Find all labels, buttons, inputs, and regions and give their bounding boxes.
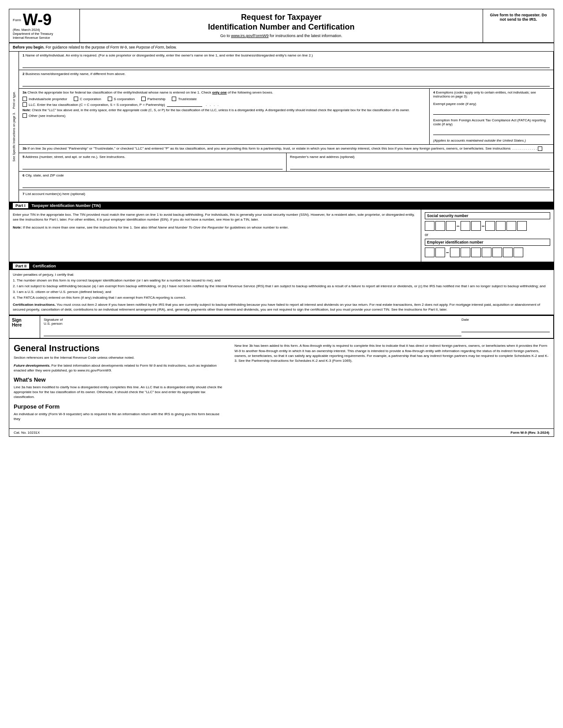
ssn-box4[interactable] bbox=[461, 221, 470, 231]
here-word: Here bbox=[12, 323, 37, 327]
part2-title: Certification bbox=[33, 264, 56, 268]
part2-box: Part II bbox=[13, 263, 29, 269]
ein-boxes: – bbox=[425, 248, 550, 257]
date-area: Date bbox=[461, 318, 550, 336]
cb-3b[interactable] bbox=[538, 146, 542, 151]
line5-label: 5 Address (number, street, and apt. or s… bbox=[23, 155, 283, 159]
line3b-row: 3b If on line 3a you checked "Partnershi… bbox=[19, 145, 553, 153]
ssn-box6[interactable] bbox=[485, 221, 495, 231]
sig-label: Signature of bbox=[44, 318, 461, 322]
cert-intro: Under penalties of perjury, I certify th… bbox=[13, 273, 550, 277]
irs-label: Internal Revenue Service bbox=[13, 36, 76, 40]
line1-input[interactable] bbox=[23, 59, 550, 68]
ssn-dash2: – bbox=[482, 223, 485, 229]
side-label-text: See Specific Instructions on page 3. Pri… bbox=[12, 91, 15, 161]
before-begin-text: For guidance related to the purpose of F… bbox=[45, 45, 177, 49]
cb-individual-label: Individual/sole proprietor bbox=[29, 97, 67, 101]
cert-item2: 2. I am not subject to backup withholdin… bbox=[13, 284, 550, 288]
form-fields-area: 1 Name of entity/individual. An entry is… bbox=[19, 52, 554, 202]
sign-word: Sign bbox=[12, 318, 37, 323]
ssn-box9[interactable] bbox=[517, 221, 527, 231]
note3a-text: Note: Check the "LLC" box above and, in … bbox=[23, 108, 426, 112]
line5-left: 5 Address (number, street, and apt. or s… bbox=[19, 153, 287, 171]
requester-input[interactable] bbox=[290, 161, 550, 169]
cb-llc[interactable] bbox=[23, 102, 27, 107]
side-label-area: See Specific Instructions on page 3. Pri… bbox=[9, 52, 19, 202]
cb-partnership[interactable] bbox=[141, 97, 146, 101]
line5-input[interactable] bbox=[23, 161, 283, 169]
cert-item4: 4. The FATCA code(s) entered on this for… bbox=[13, 296, 550, 300]
cb-scorp[interactable] bbox=[108, 97, 112, 101]
ein-box1[interactable] bbox=[425, 248, 435, 257]
cb-ccorp-label: C corporation bbox=[80, 97, 101, 101]
cb-individual-row: Individual/sole proprietor C corporation… bbox=[23, 97, 426, 101]
cb-trust-label: Trust/estate bbox=[178, 97, 196, 101]
line3a-left: 3a Check the appropriate box for federal… bbox=[19, 89, 430, 144]
line2-row: 2 Business name/disregarded entity name,… bbox=[19, 70, 553, 89]
certification-section: Under penalties of perjury, I certify th… bbox=[9, 270, 554, 315]
cb-scorp-label: S corporation bbox=[114, 97, 135, 101]
cb-other[interactable] bbox=[23, 113, 27, 118]
signature-line[interactable] bbox=[44, 327, 461, 336]
line6-input[interactable] bbox=[23, 179, 550, 188]
gen-left-col: General Instructions Section references … bbox=[14, 343, 226, 424]
cert-item1: 1. The number shown on this form is my c… bbox=[13, 278, 550, 282]
fatca-input[interactable] bbox=[433, 127, 550, 135]
line2-input[interactable] bbox=[23, 78, 550, 86]
form-header: Form W-9 (Rev. March 2024) Department of… bbox=[9, 9, 554, 43]
ssn-box5[interactable] bbox=[471, 221, 481, 231]
ssn-box1[interactable] bbox=[425, 221, 435, 231]
cb-individual[interactable] bbox=[23, 97, 27, 101]
line5-row: 5 Address (number, street, and apt. or s… bbox=[19, 153, 553, 172]
sign-area: Signature of U.S. person Date bbox=[40, 316, 554, 338]
exempt-payee-label: Exempt payee code (if any) bbox=[433, 102, 550, 106]
ein-box2[interactable] bbox=[435, 248, 445, 257]
whats-new-title: What's New bbox=[14, 376, 226, 383]
line3a-label: 3a Check the appropriate box for federal… bbox=[23, 90, 426, 94]
line5-right: Requester's name and address (optional) bbox=[287, 153, 554, 171]
cb-llc-label: LLC. Enter the tax classification (C = C… bbox=[29, 103, 165, 107]
before-begin-label: Before you begin. bbox=[13, 45, 45, 49]
ssn-box8[interactable] bbox=[506, 221, 516, 231]
line7-label: 7 List account number(s) here (optional) bbox=[23, 192, 550, 196]
requester-label: Requester's name and address (optional) bbox=[290, 155, 550, 159]
ssn-box7[interactable] bbox=[496, 221, 506, 231]
dept-treasury: Department of the Treasury bbox=[13, 32, 76, 36]
sign-here-label: Sign Here bbox=[9, 316, 40, 338]
cb-ccorp[interactable] bbox=[74, 97, 78, 101]
ssn-box3[interactable] bbox=[446, 221, 456, 231]
ein-box9[interactable] bbox=[514, 248, 523, 257]
cert-instr-text: You must cross out item 2 above if you h… bbox=[13, 303, 540, 311]
ein-box3[interactable] bbox=[450, 248, 460, 257]
ein-box6[interactable] bbox=[482, 248, 491, 257]
cb-llc-row: LLC. Enter the tax classification (C = C… bbox=[23, 102, 426, 107]
part1-title: Taxpayer Identification Number (TIN) bbox=[32, 203, 101, 208]
ein-box5[interactable] bbox=[471, 248, 481, 257]
cb-trust[interactable] bbox=[172, 97, 176, 101]
exemptions-title: 4 Exemptions (codes apply only to certai… bbox=[433, 90, 550, 98]
w9-form: Form W-9 (Rev. March 2024) Department of… bbox=[9, 9, 554, 437]
tin-note: Note: If the account is in more than one… bbox=[13, 225, 417, 229]
ssn-box2[interactable] bbox=[435, 221, 445, 231]
gen-right-col: New line 3b has been added to this form.… bbox=[234, 343, 549, 424]
or-label: or bbox=[425, 233, 550, 237]
line6-label: 6 City, state, and ZIP code bbox=[23, 173, 550, 177]
page-footer: Cat. No. 10231X Form W-9 (Rev. 3-2024) bbox=[9, 428, 554, 436]
gen-title: General Instructions bbox=[14, 343, 226, 353]
line1-label: 1 Name of entity/individual. An entry is… bbox=[23, 53, 550, 57]
applies-note: (Applies to accounts maintained outside … bbox=[433, 139, 550, 143]
before-begin-bar: Before you begin. For guidance related t… bbox=[9, 43, 554, 52]
fatca-label: Exemption from Foreign Account Tax Compl… bbox=[433, 118, 550, 126]
ein-box7[interactable] bbox=[492, 248, 502, 257]
form-name: W-9 bbox=[23, 12, 52, 28]
ein-box4[interactable] bbox=[461, 248, 470, 257]
exemptions-panel: 4 Exemptions (codes apply only to certai… bbox=[430, 89, 553, 144]
date-label: Date bbox=[461, 318, 550, 322]
gen-para1: Section references are to the Internal R… bbox=[14, 355, 226, 360]
tin-desc: Enter your TIN in the appropriate box. T… bbox=[13, 212, 417, 222]
ein-box8[interactable] bbox=[503, 248, 513, 257]
date-line[interactable] bbox=[461, 323, 550, 332]
title-line2: Identification Number and Certification bbox=[89, 23, 474, 32]
exempt-payee-input[interactable] bbox=[433, 107, 550, 115]
general-instructions-section: General Instructions Section references … bbox=[9, 338, 554, 428]
